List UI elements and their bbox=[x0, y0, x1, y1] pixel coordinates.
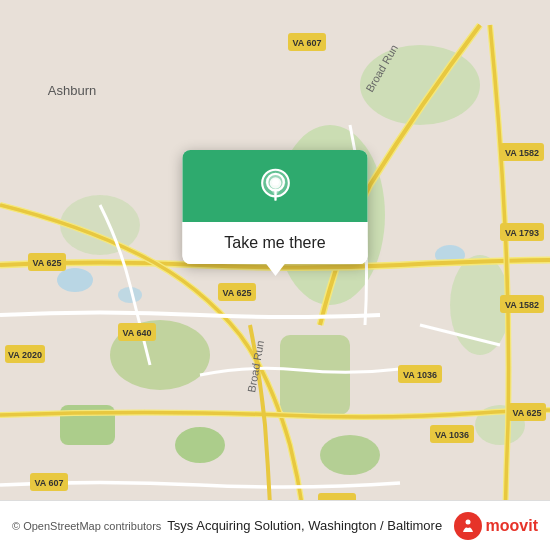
svg-text:VA 607: VA 607 bbox=[292, 38, 321, 48]
svg-text:VA 1036: VA 1036 bbox=[403, 370, 437, 380]
svg-point-47 bbox=[465, 519, 470, 524]
popup-card: Take me there bbox=[183, 150, 368, 264]
svg-point-7 bbox=[175, 427, 225, 463]
svg-text:VA 1582: VA 1582 bbox=[505, 300, 539, 310]
svg-text:VA 640: VA 640 bbox=[122, 328, 151, 338]
bottom-bar: © OpenStreetMap contributors Tsys Acquir… bbox=[0, 500, 550, 550]
map-container: VA 625 VA 625 VA 640 VA 625 VA 607 VA 60… bbox=[0, 0, 550, 550]
map-attribution: © OpenStreetMap contributors bbox=[12, 520, 161, 532]
moovit-brand: moovit bbox=[454, 512, 538, 540]
location-pin-icon bbox=[255, 168, 295, 208]
popup-header bbox=[183, 150, 368, 222]
svg-text:VA 2020: VA 2020 bbox=[8, 350, 42, 360]
svg-rect-4 bbox=[280, 335, 350, 415]
svg-text:VA 1036: VA 1036 bbox=[435, 430, 469, 440]
moovit-icon bbox=[454, 512, 482, 540]
take-me-there-button[interactable]: Take me there bbox=[183, 222, 368, 264]
svg-text:VA 1793: VA 1793 bbox=[505, 228, 539, 238]
svg-text:VA 625: VA 625 bbox=[32, 258, 61, 268]
svg-text:VA 625: VA 625 bbox=[512, 408, 541, 418]
svg-text:VA 625: VA 625 bbox=[222, 288, 251, 298]
svg-text:VA 1582: VA 1582 bbox=[505, 148, 539, 158]
svg-point-8 bbox=[320, 435, 380, 475]
svg-text:VA 607: VA 607 bbox=[34, 478, 63, 488]
svg-point-46 bbox=[272, 179, 279, 186]
moovit-name: moovit bbox=[486, 517, 538, 535]
svg-point-11 bbox=[57, 268, 93, 292]
location-label: Tsys Acquiring Solution, Washington / Ba… bbox=[167, 518, 453, 533]
svg-text:Ashburn: Ashburn bbox=[48, 83, 96, 98]
